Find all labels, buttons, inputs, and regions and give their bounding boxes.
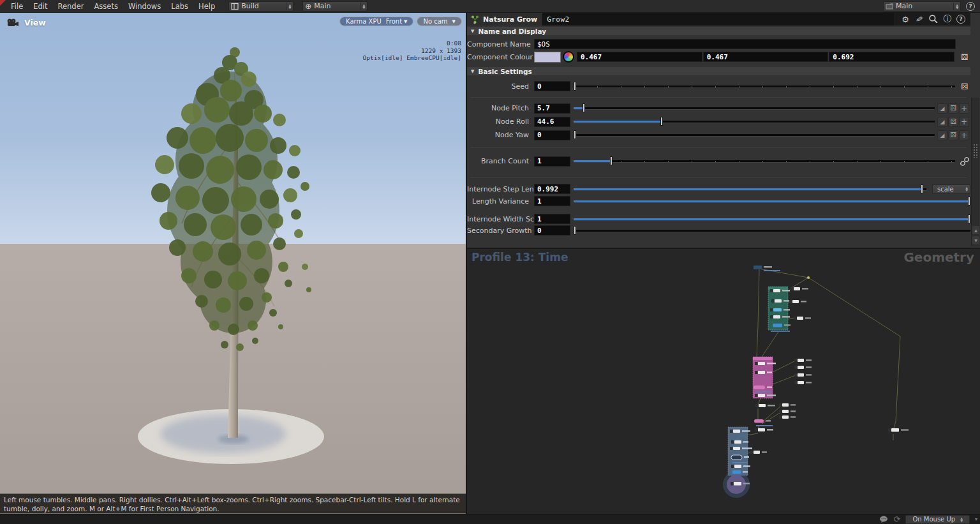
pane-link-selector[interactable]: ⊕ Main ▲▼	[302, 1, 368, 11]
secondary-growth-rate-slider[interactable]	[574, 225, 970, 236]
spinner-arrows[interactable]: ▲▼	[286, 3, 291, 10]
add-button[interactable]: +	[959, 130, 969, 140]
node-roll-slider[interactable]	[574, 116, 935, 127]
slider-track[interactable]	[574, 107, 935, 109]
slider-handle[interactable]	[968, 214, 970, 223]
parameter-scrollbar[interactable]: ▲ ▼	[971, 98, 979, 246]
shelf-set-selector[interactable]: Main ▲▼	[883, 1, 961, 11]
desktop-selector-label: Build	[241, 2, 284, 10]
slider-handle[interactable]	[574, 130, 576, 139]
length-variance-value: 1	[537, 197, 542, 206]
length-variance-slider[interactable]	[574, 196, 970, 207]
gear-icon[interactable]: ⚙	[900, 14, 910, 24]
view-label: Front	[386, 18, 402, 25]
node-roll-field[interactable]: 44.6	[534, 117, 570, 127]
camera-pill[interactable]: No cam ▼	[417, 17, 462, 26]
message-bubble-icon[interactable]	[879, 516, 889, 523]
internode-width-scale-slider[interactable]	[574, 214, 970, 225]
spinner-arrows: ▲▼	[965, 186, 968, 191]
add-button[interactable]: +	[959, 117, 969, 127]
help-button[interactable]: ?	[966, 2, 975, 11]
internode-step-length-slider[interactable]	[574, 184, 926, 195]
secondary-growth-rate-field[interactable]: 0	[534, 225, 570, 236]
branch-count-field[interactable]: 1	[534, 156, 570, 167]
ramp-button[interactable]: ◢	[937, 103, 947, 114]
natsura-node-icon	[470, 15, 480, 24]
dice-icon[interactable]: ⚄	[959, 81, 970, 91]
internode-step-length-field[interactable]: 0.992	[534, 184, 570, 194]
dice-button[interactable]: ⚄	[948, 103, 958, 114]
menu-windows[interactable]: Windows	[124, 1, 165, 12]
ramp-button[interactable]: ◢	[937, 117, 947, 127]
slider-handle[interactable]	[968, 197, 970, 206]
camera-icon[interactable]	[6, 19, 19, 27]
scene-viewport[interactable]: View Karma XPU Front ▼ No cam ▼ 0:08 122…	[0, 13, 467, 514]
node-yaw-slider[interactable]	[574, 130, 935, 140]
component-name-input[interactable]: $OS	[534, 39, 956, 49]
seed-field[interactable]: 0	[534, 81, 570, 91]
renderer-pill[interactable]: Karma XPU Front ▼	[339, 17, 413, 26]
section-name-and-display[interactable]: ▼ Name and Display	[467, 27, 970, 35]
colour-swatch[interactable]	[534, 52, 561, 63]
colour-r-field[interactable]: 0.467	[577, 52, 702, 62]
colour-b-field[interactable]: 0.692	[829, 52, 954, 62]
dice-icon[interactable]: ⚄	[959, 52, 970, 62]
slider-ticks	[574, 86, 953, 87]
node-pitch-slider[interactable]	[574, 103, 935, 114]
add-button[interactable]: +	[959, 103, 969, 114]
internode-width-scale-field[interactable]: 1	[534, 214, 570, 224]
slider-handle[interactable]	[574, 82, 576, 91]
menu-render[interactable]: Render	[54, 1, 89, 12]
scroll-down-icon[interactable]: ▼	[972, 236, 979, 244]
node-name-field[interactable]: Grow2	[542, 13, 894, 26]
branch-count-slider[interactable]	[574, 156, 955, 167]
slider-handle[interactable]	[574, 226, 576, 235]
slider-track[interactable]	[574, 134, 935, 136]
colour-wheel-icon[interactable]	[563, 51, 574, 63]
node-group-slate[interactable]	[728, 427, 748, 475]
seed-slider[interactable]	[574, 81, 955, 92]
slider-handle[interactable]	[921, 184, 923, 193]
menu-edit[interactable]: Edit	[29, 1, 52, 12]
node-type-chip[interactable]: Natsura Grow	[467, 13, 542, 26]
length-variance-field[interactable]: 1	[534, 196, 570, 206]
section-basic-settings[interactable]: ▼ Basic Settings	[467, 67, 970, 75]
branch-count-label: Branch Count	[467, 157, 534, 165]
info-icon[interactable]: ⓘ	[942, 14, 953, 24]
parameter-help-icon[interactable]: ?	[956, 15, 965, 24]
viewport-render-tree	[0, 13, 467, 514]
collapse-corner-icon[interactable]: ▾	[975, 516, 977, 523]
slider-handle[interactable]	[583, 103, 585, 112]
internode-step-length-value: 0.992	[537, 185, 558, 193]
node-pitch-field[interactable]: 5.7	[534, 103, 570, 114]
network-graph[interactable]	[467, 249, 979, 514]
seed-label: Seed	[467, 82, 534, 91]
spinner-arrows[interactable]: ▲▼	[360, 3, 365, 10]
magnifier-icon[interactable]	[928, 14, 939, 24]
ramp-button[interactable]: ◢	[937, 130, 947, 140]
component-name-label: Component Name	[467, 40, 534, 49]
desktop-selector[interactable]: Build ▲▼	[228, 1, 293, 11]
menu-file[interactable]: File	[6, 1, 27, 12]
dice-button[interactable]: ⚄	[948, 130, 958, 140]
render-resolution: 1229 x 1393	[363, 47, 461, 55]
network-editor[interactable]: Profile 13: Time Geometry	[467, 248, 980, 514]
scale-dropdown[interactable]: scale ▲▼	[932, 184, 970, 194]
refresh-icon[interactable]: ⟳	[894, 516, 901, 523]
slider-track[interactable]	[574, 230, 970, 232]
brush-icon[interactable]: ✎	[914, 13, 926, 26]
slider-handle[interactable]	[610, 156, 612, 165]
branch-count-value: 1	[537, 157, 542, 165]
spinner-arrows[interactable]: ▲▼	[953, 3, 958, 10]
scroll-up-icon[interactable]: ▲	[972, 226, 979, 234]
scrollbar-grip[interactable]	[973, 144, 979, 158]
colour-g-field[interactable]: 0.467	[703, 52, 829, 62]
update-mode-button[interactable]: On Mouse Up ▲▼	[905, 515, 970, 524]
dice-button[interactable]: ⚄	[948, 117, 958, 127]
node-yaw-field[interactable]: 0	[534, 130, 570, 140]
slider-handle[interactable]	[660, 117, 663, 126]
menu-assets[interactable]: Assets	[89, 1, 122, 12]
menu-help[interactable]: Help	[194, 1, 219, 12]
link-icon[interactable]	[959, 156, 970, 167]
menu-labs[interactable]: Labs	[167, 1, 193, 12]
